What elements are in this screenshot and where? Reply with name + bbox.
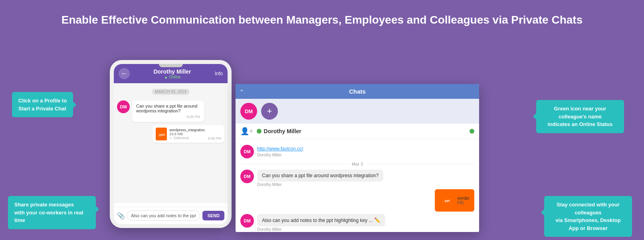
desktop-file-row: .ppt wordpr KB) <box>240 189 474 212</box>
ppt-label: .ppt <box>444 199 450 202</box>
file-size: 23.6 MB <box>169 132 205 136</box>
file-icon: .pptx <box>156 128 167 140</box>
tooltip-stay-text1: Stay connected with your colleagues <box>557 202 619 216</box>
phone-message-input[interactable] <box>127 210 200 221</box>
phone-info-button[interactable]: Info <box>215 71 223 76</box>
desktop-contact-name: Dorothy Miller <box>264 128 466 134</box>
quote-icon: “ <box>240 88 243 95</box>
tooltip-click-profile-text: Click on a Profile to <box>18 98 67 104</box>
phone-mockup: ← Dorothy Miller ▲ Online Info MARCH 03,… <box>110 60 232 228</box>
tooltip-click-profile-text2: Start a Private Chat <box>18 106 66 112</box>
desktop-file-bubble: .ppt wordpr KB) <box>435 189 474 212</box>
phone-back-button[interactable]: ← <box>119 68 130 79</box>
desktop-link-message[interactable]: http://www.favicon.cc/ <box>257 146 303 152</box>
desktop-bubble-1: Can you share a ppt file around wordpres… <box>257 170 383 182</box>
phone-date-label: MARCH 03, 2014 <box>152 89 189 95</box>
tooltip-stay-text2: via Smartphones, Desktop App or Browser <box>555 217 620 231</box>
desktop-msg-link-row: DM http://www.favicon.cc/ Dorothy Miller <box>240 145 474 158</box>
attach-icon[interactable]: 📎 <box>117 212 125 220</box>
desktop-message-2-text: Also can you add notes to the ppt highli… <box>262 218 373 223</box>
tooltip-share-text2: with your co-workers in real time <box>14 210 83 224</box>
phone-bubble-1: Can you share a ppt file around wordpres… <box>132 100 204 122</box>
phone-message-row-1: DM Can you share a ppt file around wordp… <box>117 100 224 122</box>
desktop-avatar-2: DM <box>240 214 254 228</box>
phone-contact-name: Dorothy Miller <box>153 68 191 75</box>
phone-notch <box>159 64 183 67</box>
desktop-file-icon: .ppt <box>440 192 454 208</box>
phone-online-status: ▲ Online <box>153 75 191 79</box>
desktop-sender-name-2: Dorothy Miller <box>257 227 385 232</box>
phone-input-row: 📎 SEND <box>114 207 228 224</box>
tooltip-share-text1: Share private messages <box>14 202 74 208</box>
desktop-file-name: wordpr <box>457 196 470 200</box>
tooltip-stay-connected: Stay connected with your colleagues via … <box>544 196 632 237</box>
phone-inner: ← Dorothy Miller ▲ Online Info MARCH 03,… <box>114 64 228 224</box>
phone-file-row: .pptx wordpress_integration_new.pptx 23.… <box>117 125 224 143</box>
delivered-label: ✓ Delivered <box>169 136 205 140</box>
desktop-chat-title: Chats <box>349 88 366 95</box>
desktop-avatar-1: DM <box>240 170 254 183</box>
desktop-sender-label: Dorothy Miller <box>257 153 303 157</box>
online-status-dot-right <box>470 129 474 134</box>
desktop-chat-panel: “ Chats DM + 👤+ Dorothy Miller DM http:/… <box>236 84 479 232</box>
tooltip-share-messages: Share private messages with your co-work… <box>8 196 96 229</box>
desktop-avatar-link: DM <box>240 145 254 158</box>
phone-message-1-text: Can you share a ppt file around wordpres… <box>136 104 198 113</box>
svg-text:.pptx: .pptx <box>159 133 165 136</box>
phone-file-bubble: .pptx wordpress_integration_new.pptx 23.… <box>153 125 224 143</box>
page-heading: Enable Effective Communication between M… <box>0 0 644 27</box>
desktop-bubble-2: Also can you add notes to the ppt highli… <box>257 214 385 226</box>
desktop-add-chat-button[interactable]: + <box>261 103 278 120</box>
desktop-file-size: KB) <box>457 200 470 205</box>
pencil-icon: ✏️ <box>374 217 380 223</box>
desktop-date-divider: Mar 3 <box>240 162 474 166</box>
phone-chat-body: MARCH 03, 2014 DM Can you share a ppt fi… <box>114 83 228 203</box>
tooltip-green-icon: Green icon near your colleague's name in… <box>536 100 624 133</box>
tooltip-click-profile: Click on a Profile to Start a Private Ch… <box>12 92 73 117</box>
desktop-msg-row-1: DM Can you share a ppt file around wordp… <box>240 170 474 187</box>
tooltip-green-text2: indicates an Online Status <box>548 121 613 127</box>
phone-avatar-dm: DM <box>117 100 130 113</box>
desktop-sender-name-1: Dorothy Miller <box>257 182 383 187</box>
desktop-messages-area: DM http://www.favicon.cc/ Dorothy Miller… <box>236 139 479 232</box>
file-time: 9:06 PM <box>208 136 221 140</box>
file-name: wordpress_integration_new.pptx <box>169 128 205 132</box>
desktop-chat-header: “ Chats <box>236 84 479 99</box>
phone-send-button[interactable]: SEND <box>202 211 224 220</box>
desktop-dm-avatar[interactable]: DM <box>240 103 257 120</box>
desktop-contact-header: 👤+ Dorothy Miller <box>236 124 479 139</box>
add-person-icon: 👤+ <box>240 127 254 136</box>
tooltip-green-text1: Green icon near your colleague's name <box>554 106 606 120</box>
phone-message-1-time: 9:06 PM <box>136 115 200 119</box>
online-status-dot <box>257 129 262 134</box>
desktop-active-row: DM + <box>236 99 479 124</box>
desktop-msg-row-2: DM Also can you add notes to the ppt hig… <box>240 214 474 232</box>
